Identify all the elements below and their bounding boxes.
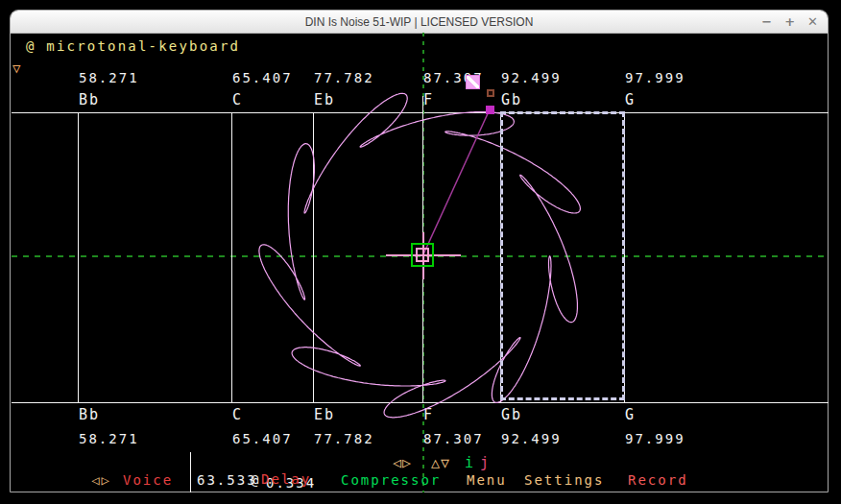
- menu-separator: [190, 452, 191, 492]
- menu-item-settings[interactable]: Settings: [524, 472, 604, 488]
- note-top-freq-gb[interactable]: 92.499: [501, 70, 562, 85]
- note-line-eb: [313, 112, 314, 402]
- menu-item-compressor[interactable]: Compressor: [341, 472, 441, 488]
- maximize-button[interactable]: +: [784, 11, 795, 33]
- menu-item-voice[interactable]: Voice: [123, 472, 173, 488]
- note-top-name-c[interactable]: C: [232, 91, 243, 108]
- center-cursor-square[interactable]: [416, 248, 429, 262]
- note-top-freq-g[interactable]: 97.999: [625, 70, 685, 85]
- note-line-bb: [78, 112, 79, 402]
- note-line-c: [231, 112, 232, 402]
- note-bottom-name-c[interactable]: C: [232, 406, 243, 423]
- pan-arrows[interactable]: ◁▷: [393, 454, 412, 471]
- note-bottom-freq-f[interactable]: 87.307: [423, 431, 484, 446]
- page-title: @ microtonal-keyboard: [26, 38, 240, 54]
- j-toggle[interactable]: j: [480, 454, 490, 471]
- note-top-name-eb[interactable]: Eb: [314, 91, 335, 108]
- i-toggle[interactable]: i: [465, 454, 474, 471]
- zoom-arrows[interactable]: △▽: [431, 454, 450, 471]
- dropdown-triangle-icon[interactable]: ▽: [12, 60, 20, 76]
- note-top-name-g[interactable]: G: [625, 91, 636, 108]
- title-bar[interactable]: DIN Is Noise 51-WIP | LICENSED VERSION −…: [11, 11, 828, 34]
- voice-arrows[interactable]: ◁▷: [91, 472, 111, 488]
- menu-item-delay[interactable]: Delay: [261, 471, 311, 487]
- note-bottom-freq-bb[interactable]: 58.271: [79, 431, 139, 446]
- note-top-freq-bb[interactable]: 58.271: [79, 70, 139, 85]
- note-bottom-freq-eb[interactable]: 77.782: [314, 431, 374, 446]
- keyboard-top-line: [12, 112, 829, 113]
- app-screen: DIN Is Noise 51-WIP | LICENSED VERSION −…: [0, 0, 841, 504]
- note-bottom-name-bb[interactable]: Bb: [79, 406, 100, 423]
- note-top-freq-c[interactable]: 65.407: [232, 70, 293, 85]
- selection-rectangle[interactable]: [500, 111, 625, 400]
- menu-item-menu[interactable]: Menu: [467, 472, 507, 488]
- note-bottom-name-gb[interactable]: Gb: [501, 406, 522, 423]
- note-bottom-freq-c[interactable]: 65.407: [232, 431, 293, 446]
- note-top-freq-eb[interactable]: 77.782: [314, 70, 374, 85]
- close-button[interactable]: ✕: [807, 11, 818, 33]
- delay-value-left: 63.533: [197, 472, 257, 488]
- menu-item-record[interactable]: Record: [628, 472, 688, 488]
- note-top-name-bb[interactable]: Bb: [79, 91, 100, 108]
- note-bottom-name-eb[interactable]: Eb: [314, 406, 335, 423]
- note-bottom-freq-g[interactable]: 97.999: [625, 431, 685, 446]
- keyboard-bottom-line: [12, 402, 829, 403]
- note-top-name-f[interactable]: F: [423, 91, 434, 108]
- delay-at-sign: @: [251, 472, 260, 488]
- note-top-name-gb[interactable]: Gb: [501, 91, 522, 108]
- magenta-handle[interactable]: [486, 106, 494, 114]
- note-bottom-name-f[interactable]: F: [423, 406, 434, 423]
- note-bottom-freq-gb[interactable]: 92.499: [501, 431, 562, 446]
- note-bottom-name-g[interactable]: G: [625, 406, 636, 423]
- brown-handle[interactable]: [487, 89, 494, 97]
- pitch-volume-handle[interactable]: [466, 75, 480, 89]
- minimize-button[interactable]: −: [761, 11, 772, 33]
- window-title: DIN Is Noise 51-WIP | LICENSED VERSION: [305, 15, 534, 29]
